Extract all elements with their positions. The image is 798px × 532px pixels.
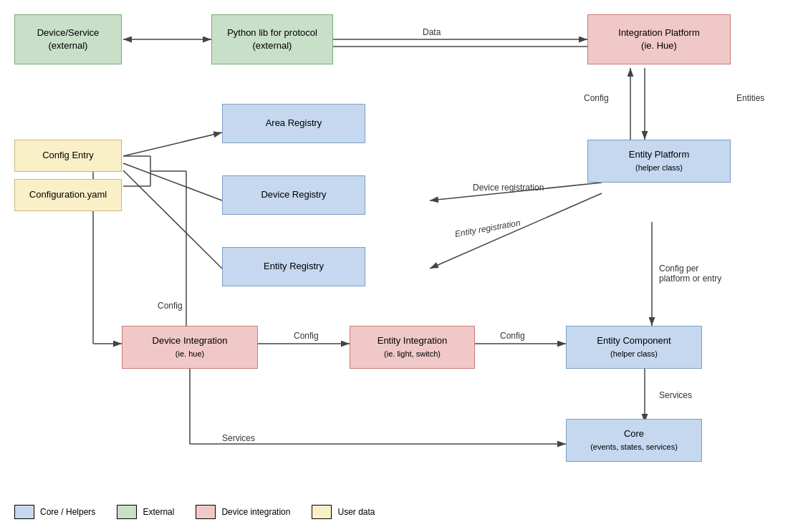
label-services-core: Services <box>659 390 692 400</box>
entity-platform-box: Entity Platform(helper class) <box>587 140 731 183</box>
integration-platform-box: Integration Platform(ie. Hue) <box>587 14 731 64</box>
label-device-registration: Device registration <box>473 183 544 193</box>
legend: Core / Helpers External Device integrati… <box>14 505 375 519</box>
legend-pink: Device integration <box>196 505 290 519</box>
svg-line-13 <box>123 163 222 200</box>
label-entity-registration: Entity registration <box>454 218 521 239</box>
device-registry-box: Device Registry <box>222 175 365 215</box>
legend-box-blue <box>14 505 34 519</box>
device-registry-label: Device Registry <box>261 188 326 201</box>
label-config-device-entity: Config <box>294 331 319 341</box>
entity-component-box: Entity Component(helper class) <box>566 326 702 369</box>
python-lib-box: Python lib for protocol(external) <box>211 14 333 64</box>
legend-box-green <box>117 505 137 519</box>
config-entry-box: Config Entry <box>14 140 122 172</box>
entity-registry-label: Entity Registry <box>264 260 324 273</box>
integration-platform-label: Integration Platform(ie. Hue) <box>618 26 699 52</box>
legend-box-pink <box>196 505 216 519</box>
legend-label-pink: Device integration <box>221 507 290 517</box>
label-data: Data <box>423 27 441 37</box>
label-config-left: Config <box>158 301 183 311</box>
label-services-bottom: Services <box>222 433 255 443</box>
label-config-per-platform: Config perplatform or entry <box>659 263 721 284</box>
legend-green: External <box>117 505 174 519</box>
svg-line-14 <box>123 170 222 269</box>
area-registry-label: Area Registry <box>266 117 322 130</box>
legend-yellow: User data <box>312 505 375 519</box>
diagram: Device/Service (external) Python lib for… <box>0 0 798 532</box>
svg-line-12 <box>123 132 222 156</box>
entity-registry-box: Entity Registry <box>222 247 365 286</box>
device-integration-label: Device Integration(ie. hue) <box>153 334 228 360</box>
device-service-label: Device/Service (external) <box>22 26 114 52</box>
device-service-box: Device/Service (external) <box>14 14 122 64</box>
config-entry-label: Config Entry <box>42 149 94 162</box>
legend-label-green: External <box>143 507 174 517</box>
legend-blue: Core / Helpers <box>14 505 95 519</box>
configuration-yaml-box: Configuration.yaml <box>14 179 122 211</box>
legend-label-yellow: User data <box>337 507 375 517</box>
entity-component-label: Entity Component(helper class) <box>597 334 670 360</box>
label-config-entity-component: Config <box>500 331 525 341</box>
entity-integration-box: Entity Integration(ie. light, switch) <box>350 326 475 369</box>
area-registry-box: Area Registry <box>222 104 365 143</box>
device-integration-box: Device Integration(ie. hue) <box>122 326 258 369</box>
core-label: Core(events, states, services) <box>590 427 678 453</box>
configuration-yaml-label: Configuration.yaml <box>29 188 107 201</box>
label-entities: Entities <box>736 93 764 103</box>
python-lib-label: Python lib for protocol(external) <box>227 26 317 52</box>
entity-integration-label: Entity Integration(ie. light, switch) <box>378 334 448 360</box>
entity-platform-label: Entity Platform(helper class) <box>629 148 690 174</box>
legend-box-yellow <box>312 505 332 519</box>
core-box: Core(events, states, services) <box>566 419 702 462</box>
legend-label-blue: Core / Helpers <box>40 507 95 517</box>
label-config-top: Config <box>584 93 609 103</box>
